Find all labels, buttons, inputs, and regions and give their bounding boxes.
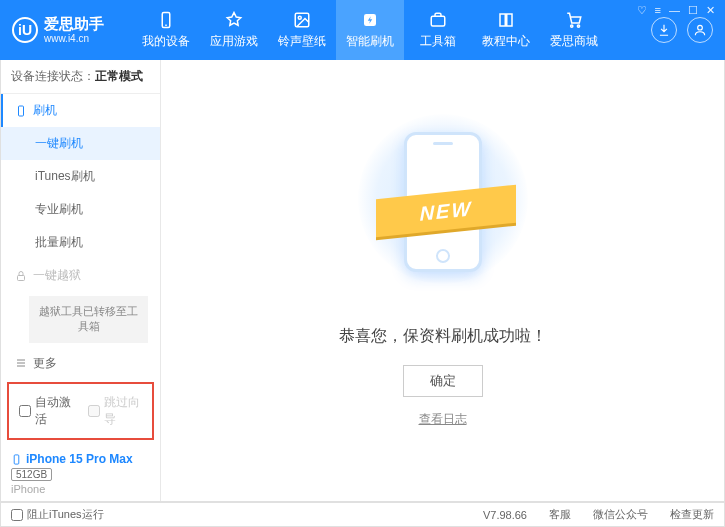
logo-icon: iU — [12, 17, 38, 43]
user-button[interactable] — [687, 17, 713, 43]
sidebar-item-batch-flash[interactable]: 批量刷机 — [1, 226, 160, 259]
sidebar: 设备连接状态：正常模式 刷机 一键刷机 iTunes刷机 专业刷机 批量刷机 一… — [1, 60, 161, 501]
support-link[interactable]: 客服 — [549, 507, 571, 522]
svg-rect-10 — [18, 275, 25, 280]
sidebar-item-one-click-flash[interactable]: 一键刷机 — [1, 127, 160, 160]
svg-point-3 — [298, 16, 301, 19]
ok-button[interactable]: 确定 — [403, 365, 483, 397]
window-controls: ♡ ≡ — ☐ ✕ — [637, 4, 715, 17]
list-icon — [15, 357, 27, 369]
success-message: 恭喜您，保资料刷机成功啦！ — [339, 326, 547, 347]
image-icon — [292, 10, 312, 30]
flash-icon — [360, 10, 380, 30]
app-site: www.i4.cn — [44, 33, 104, 44]
sidebar-item-pro-flash[interactable]: 专业刷机 — [1, 193, 160, 226]
check-update-link[interactable]: 检查更新 — [670, 507, 714, 522]
svg-rect-9 — [19, 106, 24, 116]
app-title: 爱思助手 — [44, 16, 104, 33]
main-nav: 我的设备 应用游戏 铃声壁纸 智能刷机 工具箱 教程中心 爱思商城 — [132, 0, 608, 60]
cart-icon — [564, 10, 584, 30]
options-box: 自动激活 跳过向导 — [7, 382, 154, 440]
version-label: V7.98.66 — [483, 509, 527, 521]
download-button[interactable] — [651, 17, 677, 43]
jailbreak-note: 越狱工具已转移至工具箱 — [29, 296, 148, 343]
footer: 阻止iTunes运行 V7.98.66 客服 微信公众号 检查更新 — [0, 502, 725, 527]
nav-tutorials[interactable]: 教程中心 — [472, 0, 540, 60]
block-itunes-checkbox[interactable]: 阻止iTunes运行 — [11, 507, 104, 522]
svg-point-7 — [577, 25, 579, 27]
menu-icon[interactable]: ≡ — [655, 4, 661, 17]
sidebar-group-flash[interactable]: 刷机 — [1, 94, 160, 127]
titlebar: ♡ ≡ — ☐ ✕ iU 爱思助手 www.i4.cn 我的设备 应用游戏 铃声… — [0, 0, 725, 60]
sidebar-item-itunes-flash[interactable]: iTunes刷机 — [1, 160, 160, 193]
svg-point-6 — [571, 25, 573, 27]
connection-status: 设备连接状态：正常模式 — [1, 60, 160, 94]
svg-rect-14 — [14, 454, 19, 463]
auto-activate-checkbox[interactable]: 自动激活 — [19, 394, 74, 428]
app-logo: iU 爱思助手 www.i4.cn — [12, 16, 132, 44]
minimize-icon[interactable]: — — [669, 4, 680, 17]
gift-icon[interactable]: ♡ — [637, 4, 647, 17]
phone-icon — [11, 454, 22, 465]
nav-toolbox[interactable]: 工具箱 — [404, 0, 472, 60]
device-name[interactable]: iPhone 15 Pro Max — [11, 452, 150, 466]
lock-icon — [15, 270, 27, 282]
svg-rect-5 — [431, 16, 445, 26]
nav-my-device[interactable]: 我的设备 — [132, 0, 200, 60]
svg-point-8 — [698, 25, 703, 30]
main-content: NEW 恭喜您，保资料刷机成功啦！ 确定 查看日志 — [161, 60, 724, 501]
maximize-icon[interactable]: ☐ — [688, 4, 698, 17]
sidebar-group-jailbreak: 一键越狱 — [1, 259, 160, 292]
device-type: iPhone — [11, 483, 150, 495]
success-illustration: NEW — [358, 114, 528, 304]
nav-apps[interactable]: 应用游戏 — [200, 0, 268, 60]
device-info: iPhone 15 Pro Max 512GB iPhone — [1, 446, 160, 501]
apps-icon — [224, 10, 244, 30]
close-icon[interactable]: ✕ — [706, 4, 715, 17]
wechat-link[interactable]: 微信公众号 — [593, 507, 648, 522]
nav-store[interactable]: 爱思商城 — [540, 0, 608, 60]
sidebar-group-more[interactable]: 更多 — [1, 347, 160, 376]
device-storage: 512GB — [11, 468, 52, 481]
book-icon — [496, 10, 516, 30]
view-log-link[interactable]: 查看日志 — [419, 411, 467, 428]
nav-ringtones[interactable]: 铃声壁纸 — [268, 0, 336, 60]
phone-icon — [156, 10, 176, 30]
toolbox-icon — [428, 10, 448, 30]
nav-flash[interactable]: 智能刷机 — [336, 0, 404, 60]
skip-setup-checkbox[interactable]: 跳过向导 — [88, 394, 143, 428]
phone-icon — [15, 105, 27, 117]
